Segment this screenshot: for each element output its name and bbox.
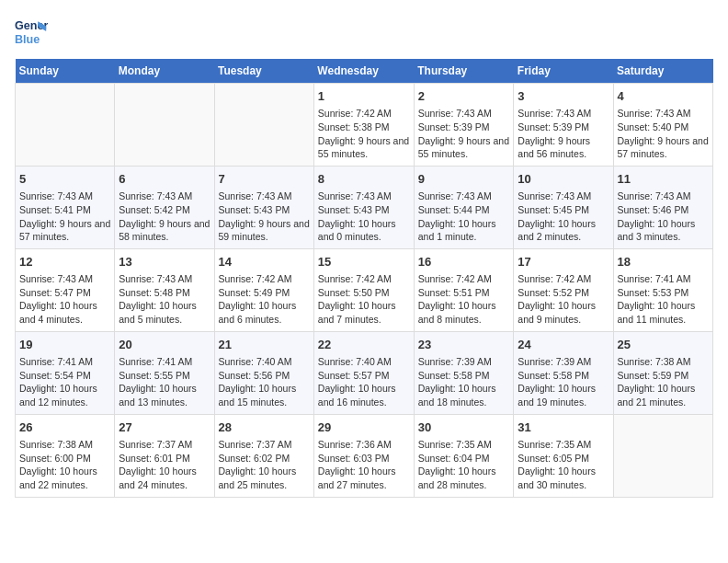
day-number: 15 [318, 254, 410, 270]
day-number: 28 [219, 419, 310, 436]
calendar-cell [115, 84, 214, 167]
calendar-cell: 30Sunrise: 7:35 AM Sunset: 6:04 PM Dayli… [414, 414, 514, 497]
day-number: 6 [119, 171, 210, 188]
day-number: 4 [618, 88, 710, 105]
calendar-week-5: 26Sunrise: 7:38 AM Sunset: 6:00 PM Dayli… [16, 414, 713, 497]
calendar-cell: 14Sunrise: 7:42 AM Sunset: 5:49 PM Dayli… [214, 248, 313, 331]
day-number: 18 [618, 254, 710, 270]
calendar-cell: 23Sunrise: 7:39 AM Sunset: 5:58 PM Dayli… [414, 331, 514, 414]
day-number: 17 [518, 254, 609, 270]
weekday-header-tuesday: Tuesday [214, 59, 313, 84]
calendar-cell: 17Sunrise: 7:42 AM Sunset: 5:52 PM Dayli… [514, 248, 613, 331]
day-number: 19 [19, 337, 110, 353]
day-info: Sunrise: 7:40 AM Sunset: 5:56 PM Dayligh… [219, 355, 310, 409]
day-info: Sunrise: 7:43 AM Sunset: 5:39 PM Dayligh… [418, 107, 510, 161]
day-info: Sunrise: 7:43 AM Sunset: 5:47 PM Dayligh… [19, 272, 110, 327]
day-info: Sunrise: 7:37 AM Sunset: 6:01 PM Dayligh… [119, 438, 210, 492]
calendar-cell: 10Sunrise: 7:43 AM Sunset: 5:45 PM Dayli… [514, 166, 613, 248]
calendar-cell: 15Sunrise: 7:42 AM Sunset: 5:50 PM Dayli… [313, 248, 414, 331]
day-info: Sunrise: 7:41 AM Sunset: 5:55 PM Dayligh… [119, 355, 210, 409]
calendar-cell [214, 84, 313, 167]
day-info: Sunrise: 7:39 AM Sunset: 5:58 PM Dayligh… [518, 355, 609, 409]
calendar-cell: 7Sunrise: 7:43 AM Sunset: 5:43 PM Daylig… [214, 166, 313, 248]
day-info: Sunrise: 7:43 AM Sunset: 5:46 PM Dayligh… [618, 190, 710, 244]
day-number: 7 [219, 171, 310, 188]
logo: General Blue [15, 15, 51, 48]
day-number: 8 [318, 171, 410, 188]
calendar-cell: 31Sunrise: 7:35 AM Sunset: 6:05 PM Dayli… [514, 414, 613, 497]
day-info: Sunrise: 7:35 AM Sunset: 6:05 PM Dayligh… [518, 438, 609, 492]
day-number: 25 [618, 337, 710, 353]
calendar-cell: 22Sunrise: 7:40 AM Sunset: 5:57 PM Dayli… [313, 331, 414, 414]
day-number: 5 [19, 171, 110, 188]
calendar-header-row: SundayMondayTuesdayWednesdayThursdayFrid… [16, 59, 713, 84]
day-info: Sunrise: 7:42 AM Sunset: 5:51 PM Dayligh… [418, 272, 510, 327]
day-info: Sunrise: 7:43 AM Sunset: 5:42 PM Dayligh… [119, 190, 210, 244]
day-info: Sunrise: 7:41 AM Sunset: 5:53 PM Dayligh… [618, 272, 710, 327]
calendar-cell: 16Sunrise: 7:42 AM Sunset: 5:51 PM Dayli… [414, 248, 514, 331]
calendar-week-4: 19Sunrise: 7:41 AM Sunset: 5:54 PM Dayli… [16, 331, 713, 414]
day-info: Sunrise: 7:36 AM Sunset: 6:03 PM Dayligh… [318, 438, 410, 492]
weekday-header-sunday: Sunday [16, 59, 115, 84]
calendar-cell [613, 414, 713, 497]
calendar-cell: 13Sunrise: 7:43 AM Sunset: 5:48 PM Dayli… [115, 248, 214, 331]
logo-icon: General Blue [15, 15, 48, 48]
day-info: Sunrise: 7:42 AM Sunset: 5:50 PM Dayligh… [318, 272, 410, 327]
day-number: 2 [418, 88, 510, 105]
day-number: 30 [418, 419, 510, 436]
calendar-cell: 26Sunrise: 7:38 AM Sunset: 6:00 PM Dayli… [16, 414, 115, 497]
calendar-cell: 6Sunrise: 7:43 AM Sunset: 5:42 PM Daylig… [115, 166, 214, 248]
day-number: 10 [518, 171, 609, 188]
weekday-header-wednesday: Wednesday [313, 59, 414, 84]
day-info: Sunrise: 7:42 AM Sunset: 5:49 PM Dayligh… [219, 272, 310, 327]
day-info: Sunrise: 7:43 AM Sunset: 5:39 PM Dayligh… [518, 107, 609, 161]
day-info: Sunrise: 7:38 AM Sunset: 5:59 PM Dayligh… [618, 355, 710, 409]
day-number: 27 [119, 419, 210, 436]
day-info: Sunrise: 7:41 AM Sunset: 5:54 PM Dayligh… [19, 355, 110, 409]
day-number: 1 [318, 88, 410, 105]
day-info: Sunrise: 7:40 AM Sunset: 5:57 PM Dayligh… [318, 355, 410, 409]
calendar-cell: 4Sunrise: 7:43 AM Sunset: 5:40 PM Daylig… [613, 84, 713, 167]
day-number: 26 [19, 419, 110, 436]
calendar-cell: 3Sunrise: 7:43 AM Sunset: 5:39 PM Daylig… [514, 84, 613, 167]
day-number: 12 [19, 254, 110, 270]
day-info: Sunrise: 7:39 AM Sunset: 5:58 PM Dayligh… [418, 355, 510, 409]
day-info: Sunrise: 7:43 AM Sunset: 5:45 PM Dayligh… [518, 190, 609, 244]
calendar-cell: 8Sunrise: 7:43 AM Sunset: 5:43 PM Daylig… [313, 166, 414, 248]
calendar-cell: 18Sunrise: 7:41 AM Sunset: 5:53 PM Dayli… [613, 248, 713, 331]
calendar-cell: 24Sunrise: 7:39 AM Sunset: 5:58 PM Dayli… [514, 331, 613, 414]
day-number: 24 [518, 337, 609, 353]
calendar-week-1: 1Sunrise: 7:42 AM Sunset: 5:38 PM Daylig… [16, 84, 713, 167]
day-info: Sunrise: 7:43 AM Sunset: 5:43 PM Dayligh… [318, 190, 410, 244]
day-number: 9 [418, 171, 510, 188]
calendar-cell: 29Sunrise: 7:36 AM Sunset: 6:03 PM Dayli… [313, 414, 414, 497]
day-info: Sunrise: 7:42 AM Sunset: 5:38 PM Dayligh… [318, 107, 410, 161]
calendar-week-3: 12Sunrise: 7:43 AM Sunset: 5:47 PM Dayli… [16, 248, 713, 331]
calendar-cell: 5Sunrise: 7:43 AM Sunset: 5:41 PM Daylig… [16, 166, 115, 248]
calendar-body: 1Sunrise: 7:42 AM Sunset: 5:38 PM Daylig… [16, 84, 713, 498]
day-info: Sunrise: 7:42 AM Sunset: 5:52 PM Dayligh… [518, 272, 609, 327]
day-number: 20 [119, 337, 210, 353]
day-number: 13 [119, 254, 210, 270]
day-number: 21 [219, 337, 310, 353]
day-number: 3 [518, 88, 609, 105]
day-number: 22 [318, 337, 410, 353]
day-info: Sunrise: 7:43 AM Sunset: 5:48 PM Dayligh… [119, 272, 210, 327]
day-info: Sunrise: 7:37 AM Sunset: 6:02 PM Dayligh… [219, 438, 310, 492]
day-number: 16 [418, 254, 510, 270]
calendar-cell: 25Sunrise: 7:38 AM Sunset: 5:59 PM Dayli… [613, 331, 713, 414]
day-info: Sunrise: 7:43 AM Sunset: 5:44 PM Dayligh… [418, 190, 510, 244]
calendar-cell: 21Sunrise: 7:40 AM Sunset: 5:56 PM Dayli… [214, 331, 313, 414]
day-number: 11 [618, 171, 710, 188]
calendar-cell: 28Sunrise: 7:37 AM Sunset: 6:02 PM Dayli… [214, 414, 313, 497]
calendar-table: SundayMondayTuesdayWednesdayThursdayFrid… [15, 59, 713, 498]
calendar-cell: 20Sunrise: 7:41 AM Sunset: 5:55 PM Dayli… [115, 331, 214, 414]
weekday-header-thursday: Thursday [414, 59, 514, 84]
calendar-week-2: 5Sunrise: 7:43 AM Sunset: 5:41 PM Daylig… [16, 166, 713, 248]
calendar-cell: 2Sunrise: 7:43 AM Sunset: 5:39 PM Daylig… [414, 84, 514, 167]
calendar-cell: 19Sunrise: 7:41 AM Sunset: 5:54 PM Dayli… [16, 331, 115, 414]
calendar-cell: 12Sunrise: 7:43 AM Sunset: 5:47 PM Dayli… [16, 248, 115, 331]
calendar-cell: 9Sunrise: 7:43 AM Sunset: 5:44 PM Daylig… [414, 166, 514, 248]
day-number: 29 [318, 419, 410, 436]
day-info: Sunrise: 7:35 AM Sunset: 6:04 PM Dayligh… [418, 438, 510, 492]
